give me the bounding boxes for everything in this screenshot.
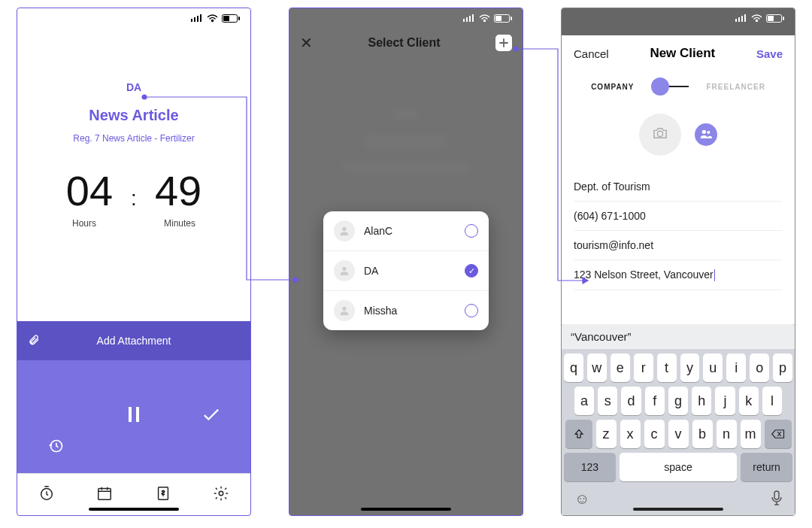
photo-button[interactable] (639, 114, 681, 156)
key-h[interactable]: h (692, 387, 711, 415)
key-g[interactable]: g (668, 387, 688, 415)
key-s[interactable]: s (598, 387, 617, 415)
background-content (342, 103, 470, 181)
numbers-key[interactable]: 123 (564, 453, 616, 481)
return-key[interactable]: return (741, 453, 792, 481)
key-n[interactable]: n (717, 420, 737, 448)
shift-key[interactable] (565, 420, 592, 448)
key-row-2: asdfghjkl (564, 387, 792, 415)
key-c[interactable]: c (644, 420, 665, 448)
svg-rect-1 (194, 17, 195, 22)
key-i[interactable]: i (726, 354, 746, 382)
wifi-icon (751, 14, 762, 23)
svg-rect-0 (191, 19, 192, 22)
company-field[interactable]: Dept. of Tourism (574, 172, 783, 202)
key-q[interactable]: q (564, 354, 583, 382)
svg-point-21 (342, 267, 346, 271)
key-y[interactable]: y (680, 354, 700, 382)
phone-field[interactable]: (604) 671-1000 (574, 202, 783, 231)
key-p[interactable]: p (773, 354, 792, 382)
key-l[interactable]: l (762, 387, 782, 415)
avatar-icon (334, 300, 355, 321)
key-f[interactable]: f (645, 387, 665, 415)
radio-checked-icon[interactable]: ✓ (465, 264, 478, 278)
space-key[interactable]: space (620, 453, 737, 481)
client-row[interactable]: Missha (323, 291, 489, 330)
svg-rect-2 (197, 16, 198, 22)
pause-button[interactable] (111, 407, 156, 426)
key-x[interactable]: x (620, 420, 641, 448)
svg-point-31 (702, 129, 706, 133)
tab-settings-icon[interactable] (213, 485, 229, 505)
minutes-value: 49 (155, 166, 201, 215)
dictation-key[interactable] (771, 490, 782, 509)
key-d[interactable]: d (621, 387, 641, 415)
task-name[interactable]: Reg. 7 News Article - Fertilizer (17, 133, 250, 144)
key-t[interactable]: t (657, 354, 677, 382)
toggle-freelancer-label[interactable]: FREELANCER (707, 83, 765, 91)
key-v[interactable]: v (668, 420, 689, 448)
emoji-key[interactable]: ☺ (574, 490, 589, 509)
email-field[interactable]: tourism@info.net (574, 231, 783, 260)
signal-icon (191, 14, 203, 22)
battery-icon (494, 14, 512, 23)
home-indicator[interactable] (633, 508, 723, 511)
hours-value: 04 (66, 166, 113, 215)
battery-icon (766, 14, 784, 23)
address-field[interactable]: 123 Nelson Street, Vancouver (574, 260, 783, 290)
avatar-icon (334, 260, 355, 281)
radio-unchecked-icon[interactable] (465, 304, 478, 317)
history-button[interactable] (34, 438, 79, 473)
client-row[interactable]: DA ✓ (323, 251, 489, 291)
tab-calendar-icon[interactable] (96, 485, 113, 505)
radio-unchecked-icon[interactable] (465, 224, 478, 238)
key-w[interactable]: w (587, 354, 607, 382)
screen-timer: DA News Article Reg. 7 News Article - Fe… (17, 8, 251, 516)
client-row[interactable]: AlanC (323, 211, 489, 251)
client-name[interactable]: DA (126, 81, 141, 93)
svg-rect-24 (738, 17, 740, 22)
wifi-icon (207, 14, 218, 23)
client-name: DA (364, 265, 456, 277)
key-e[interactable]: e (611, 354, 630, 382)
key-z[interactable]: z (596, 420, 617, 448)
done-button[interactable] (189, 407, 234, 426)
key-a[interactable]: a (574, 387, 594, 415)
key-b[interactable]: b (692, 420, 713, 448)
tab-invoice-icon[interactable] (155, 485, 171, 505)
key-row-3: zxcvbnm (564, 420, 792, 448)
toggle-company-label[interactable]: COMPANY (591, 83, 634, 91)
key-k[interactable]: k (739, 387, 759, 415)
key-m[interactable]: m (741, 420, 761, 448)
tab-timer-icon[interactable] (38, 485, 55, 505)
add-attachment-button[interactable]: Add Attachment (17, 321, 250, 360)
close-button[interactable]: ✕ (300, 34, 313, 52)
key-u[interactable]: u (703, 354, 723, 382)
screen-new-client: Cancel New Client Save COMPANY FREELANCE… (561, 8, 795, 516)
key-r[interactable]: r (634, 354, 653, 382)
key-o[interactable]: o (750, 354, 769, 382)
client-type-toggle[interactable] (651, 77, 690, 96)
key-j[interactable]: j (715, 387, 735, 415)
client-list-modal: AlanC DA ✓ Missha (323, 211, 489, 330)
svg-rect-19 (511, 17, 512, 20)
home-indicator[interactable] (89, 508, 179, 511)
add-client-button[interactable] (495, 35, 512, 51)
contacts-button[interactable] (695, 123, 717, 146)
svg-rect-15 (469, 16, 471, 22)
backspace-key[interactable] (765, 420, 792, 448)
svg-rect-10 (98, 488, 111, 499)
keyboard-suggestion[interactable]: “Vancouver” (562, 324, 795, 349)
save-button[interactable]: Save (756, 47, 783, 60)
camera-icon (652, 126, 668, 143)
keyboard: “Vancouver” qwertyuiop asdfghjkl zxcvbnm… (562, 324, 795, 515)
cancel-button[interactable]: Cancel (574, 47, 609, 60)
svg-rect-3 (200, 14, 201, 22)
hours-label: Hours (72, 218, 96, 229)
svg-rect-18 (495, 16, 501, 21)
home-indicator[interactable] (361, 508, 451, 511)
screen-select-client: ✕ Select Client AlanC DA (289, 8, 523, 516)
svg-point-30 (657, 131, 662, 136)
project-name[interactable]: News Article (17, 107, 250, 124)
text-cursor (714, 269, 715, 281)
